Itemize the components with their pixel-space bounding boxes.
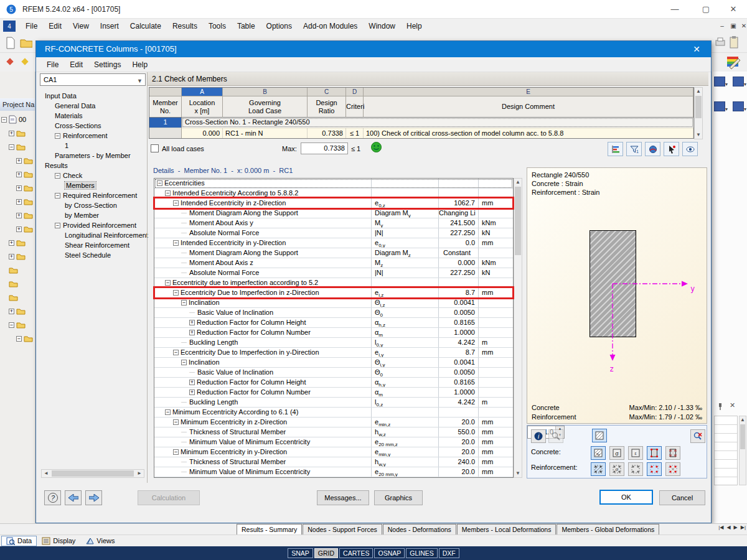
column-letter-a[interactable]: A — [182, 88, 223, 96]
details-row[interactable]: −Minimum Eccentricity in z-Directionemin… — [154, 418, 513, 427]
collapse-icon[interactable]: − — [55, 173, 60, 179]
module-tree-item-steel-schedule[interactable]: Steel Schedule — [40, 250, 147, 260]
dialog-menu-settings[interactable]: Settings — [88, 58, 126, 72]
visibility-button[interactable] — [682, 142, 698, 156]
details-row[interactable]: —Basic Value of InclinationΘ00.0050 — [154, 368, 513, 378]
module-tree-item-general-data[interactable]: General Data — [40, 101, 147, 111]
concrete-display-button-3[interactable] — [647, 446, 662, 460]
pick-button[interactable] — [664, 142, 679, 156]
details-row[interactable]: —Moment About Axis yMy241.500kNm — [154, 218, 513, 228]
module-tree-item-results[interactable]: Results — [40, 161, 147, 170]
column-letter-b[interactable]: B — [223, 88, 308, 96]
status-toggle-grid[interactable]: GRID — [314, 548, 338, 558]
max-value-field[interactable]: 0.7338 — [301, 142, 348, 154]
table-tab-members-local-deformations[interactable]: Members - Local Deformations — [457, 524, 557, 534]
details-row[interactable]: +Reduction Factor for Column Heightαh,y0… — [154, 378, 513, 388]
reinforcement-display-button-0[interactable] — [591, 462, 606, 476]
calculation-button[interactable]: Calculation — [138, 490, 200, 505]
dialog-menu-file[interactable]: File — [41, 58, 64, 72]
dialog-close-icon[interactable]: ✕ — [688, 41, 705, 57]
table-tab-results-summary[interactable]: Results - Summary — [237, 524, 302, 534]
scroll-down-icon[interactable]: ▼ — [695, 131, 702, 139]
last-tab-icon[interactable]: ▶| — [741, 525, 746, 530]
help-button[interactable]: ? — [44, 490, 61, 505]
project-tree-item[interactable] — [1, 263, 35, 277]
scroll-down-icon[interactable]: ▼ — [514, 470, 522, 477]
mdi-minimize-icon[interactable]: ‒ — [717, 21, 727, 31]
status-toggle-glines[interactable]: GLINES — [406, 548, 438, 558]
collapse-icon[interactable]: − — [173, 200, 179, 206]
cancel-button[interactable]: Cancel — [659, 490, 705, 505]
project-tree-item[interactable]: + — [1, 167, 35, 181]
expand-icon[interactable]: + — [16, 213, 22, 218]
details-row[interactable]: —Thickness of Structural Memberhw,z550.0… — [154, 427, 513, 437]
menu-tools[interactable]: Tools — [203, 19, 232, 33]
expand-icon[interactable]: + — [189, 390, 195, 395]
collapse-icon[interactable]: − — [9, 322, 14, 328]
module-tree-item-cross-sections[interactable]: Cross-Sections — [40, 121, 147, 131]
next-tab-icon[interactable]: ▶ — [734, 525, 738, 530]
dialog-menu-help[interactable]: Help — [126, 58, 153, 72]
details-row[interactable]: +Reduction Factor for Column Numberαm1.0… — [154, 328, 513, 338]
collapse-icon[interactable]: − — [173, 350, 179, 355]
collapse-icon[interactable]: − — [1, 117, 7, 123]
project-tree-item[interactable] — [1, 277, 35, 291]
details-row[interactable]: −Eccentricities — [154, 179, 513, 189]
toolbar-icon-group[interactable]: ▾ — [714, 101, 728, 113]
module-tree-item-longitudinal-reinforcement[interactable]: Longitudinal Reinforcement — [40, 230, 147, 240]
details-row[interactable]: +Reduction Factor for Column Heightαh,z0… — [154, 318, 513, 328]
details-vscrollbar[interactable]: ▲ ▼ — [514, 178, 522, 478]
star-yellow-icon[interactable] — [20, 57, 30, 67]
menu-help[interactable]: Help — [401, 19, 428, 33]
status-toggle-osnap[interactable]: OSNAP — [374, 548, 405, 558]
menu-window[interactable]: Window — [363, 19, 401, 33]
module-tree-item-shear-reinforcement[interactable]: Shear Reinforcement — [40, 240, 147, 250]
color-scale-pencil-icon[interactable] — [726, 55, 741, 70]
scroll-left-icon[interactable]: ◄ — [42, 470, 50, 477]
minimize-icon[interactable]: — — [661, 0, 688, 18]
toolbar-icon-group[interactable]: ▾ — [714, 77, 728, 88]
tree-hscrollbar[interactable]: ◄ ► — [41, 469, 144, 478]
collapse-icon[interactable]: − — [181, 300, 187, 306]
column-letter-c[interactable]: C — [308, 88, 346, 96]
details-row[interactable]: −Minimum Eccentricity According to 6.1 (… — [154, 408, 513, 418]
scroll-right-icon[interactable]: ► — [135, 470, 144, 477]
pin-icon[interactable] — [717, 403, 723, 410]
table-data-row[interactable]: 0.000 RC1 - min N 0.7338 ≤ 1 100) Check … — [149, 128, 693, 138]
printer-icon[interactable] — [715, 37, 727, 49]
mdi-close-icon[interactable]: ✕ — [739, 21, 747, 31]
details-row[interactable]: −Eccentricity Due to Imperfection in y-D… — [154, 348, 513, 358]
collapse-icon[interactable]: − — [55, 133, 60, 139]
table-tab-nodes-deformations[interactable]: Nodes - Deformations — [383, 524, 456, 534]
mdi-restore-icon[interactable]: ▣ — [728, 21, 738, 31]
module-tree-item-reinforcement[interactable]: −Reinforcement — [40, 131, 147, 141]
all-load-cases-checkbox[interactable] — [151, 144, 159, 152]
details-row[interactable]: —Absolute Normal Force|N|227.250kN — [154, 268, 513, 278]
details-row[interactable]: —Buckling Lengthl0,y4.242m — [154, 338, 513, 348]
table-tab-members-global-deformations[interactable]: Members - Global Deformations — [557, 524, 659, 534]
dock-scrollbar[interactable]: ▲ — [739, 416, 746, 485]
details-row[interactable]: —Moment Diagram Along the SupportDiagram… — [154, 208, 513, 218]
details-row[interactable]: −Intended Eccentricity According to 5.8.… — [154, 189, 513, 198]
menu-file[interactable]: File — [20, 19, 43, 33]
project-tree-item[interactable]: + — [1, 222, 35, 236]
project-tree-item[interactable]: + — [1, 195, 35, 208]
reinforcement-display-button-1[interactable]: σ — [609, 462, 624, 476]
project-tree-item[interactable]: − — [1, 318, 35, 332]
menu-table[interactable]: Table — [232, 19, 261, 33]
details-row[interactable]: −InclinationΘi,z0.0041 — [154, 298, 513, 308]
scroll-up-icon[interactable]: ▲ — [514, 179, 522, 186]
result-diagram-button[interactable] — [608, 142, 623, 156]
collapse-icon[interactable]: − — [173, 240, 179, 246]
details-row[interactable]: −Intended Eccentricity in z-Directione0,… — [154, 198, 513, 208]
recalculate-button[interactable] — [645, 142, 660, 156]
module-tree-item-parameters-by-member[interactable]: Parameters - by Member — [40, 151, 147, 161]
details-row[interactable]: −Eccentricity Due to Imperfection in z-D… — [154, 288, 513, 298]
expand-icon[interactable]: + — [189, 380, 195, 385]
previous-window-button[interactable] — [65, 490, 82, 505]
table-section-row[interactable]: 1 Cross-Section No. 1 - Rectangle 240/55… — [149, 118, 693, 128]
collapse-icon[interactable]: − — [9, 144, 14, 150]
collapse-icon[interactable]: − — [16, 336, 22, 342]
collapse-icon[interactable]: − — [55, 223, 60, 228]
collapse-icon[interactable]: − — [173, 449, 179, 455]
